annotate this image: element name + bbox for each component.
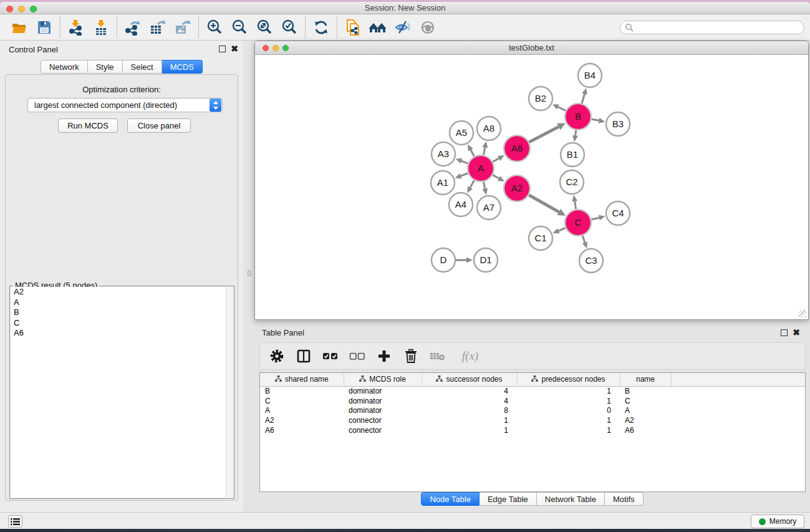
graph-edge[interactable]	[559, 228, 566, 231]
task-history-button[interactable]	[8, 515, 22, 528]
criterion-dropdown[interactable]: largest connected component (directed)	[27, 98, 223, 112]
graph-edge[interactable]	[592, 119, 599, 120]
graph-edge[interactable]	[575, 201, 576, 210]
search-field-wrap	[620, 21, 804, 34]
tab-select[interactable]: Select	[123, 60, 162, 74]
graph-node-label: C3	[585, 255, 597, 266]
graph-node-label: A4	[455, 199, 466, 210]
close-panel-icon[interactable]: ✖	[231, 44, 238, 53]
table-row[interactable]: A6connector11A6	[260, 425, 805, 435]
network-canvas[interactable]: B4B2BB3B1A5A8A6A3AA1A4A7A2C2CC4C1C3DD1	[255, 55, 808, 319]
export-image-button[interactable]	[172, 17, 193, 37]
export-table-button[interactable]	[147, 17, 168, 37]
add-column-button[interactable]	[374, 346, 395, 367]
run-mcds-button[interactable]: Run MCDS	[58, 118, 118, 133]
refresh-button[interactable]	[311, 17, 332, 37]
column-header-MCDS-role[interactable]: MCDS role	[344, 373, 422, 386]
function-builder-button[interactable]: f(x)	[454, 346, 486, 367]
show-columns-button[interactable]	[293, 346, 314, 367]
table-row[interactable]: Cdominator41C	[260, 396, 805, 406]
graph-edge[interactable]	[461, 173, 468, 176]
result-item[interactable]: B	[11, 307, 226, 318]
show-all-button[interactable]	[417, 17, 438, 37]
graph-edge[interactable]	[483, 147, 485, 155]
tab-network[interactable]: Network	[41, 60, 88, 74]
unchecked-checkboxes-icon	[349, 351, 365, 361]
table-settings-button[interactable]	[266, 346, 287, 367]
graph-node-label: A6	[511, 143, 523, 153]
import-table-button[interactable]	[90, 17, 112, 37]
delete-table-icon	[430, 351, 446, 362]
graph-edge[interactable]	[558, 107, 566, 110]
zoom-fit-button[interactable]	[254, 17, 275, 37]
result-item[interactable]: A6	[11, 328, 226, 339]
float-panel-icon[interactable]	[781, 329, 788, 336]
open-folder-icon	[11, 20, 27, 35]
open-file-button[interactable]	[9, 17, 30, 37]
delete-column-button[interactable]	[400, 346, 422, 367]
table-row[interactable]: A2connector11A2	[260, 415, 805, 425]
search-input[interactable]	[620, 21, 804, 34]
close-panel-icon[interactable]: ✖	[793, 328, 800, 337]
zoom-in-button[interactable]	[204, 17, 225, 37]
node-table[interactable]: shared nameMCDS rolesuccessor nodesprede…	[259, 372, 806, 492]
result-item[interactable]: C	[11, 318, 226, 329]
import-network-icon	[68, 19, 84, 36]
tab-motifs[interactable]: Motifs	[605, 492, 644, 506]
result-item[interactable]: A	[11, 297, 226, 308]
graph-edge-arrowhead	[482, 142, 488, 148]
mcds-result-list[interactable]: A2ABCA6	[11, 287, 226, 498]
float-panel-icon[interactable]	[219, 46, 226, 52]
column-header-shared-name[interactable]: shared name	[260, 373, 344, 386]
window-resize-grip[interactable]	[799, 310, 807, 318]
graph-edge[interactable]	[493, 175, 499, 178]
zoom-selected-button[interactable]	[279, 17, 300, 37]
tab-edge-table[interactable]: Edge Table	[480, 492, 537, 506]
panel-divider-handle[interactable]	[248, 270, 251, 276]
graph-edge[interactable]	[582, 236, 585, 243]
result-item[interactable]: A2	[11, 287, 226, 297]
graph-edge[interactable]	[483, 182, 485, 189]
select-all-button[interactable]	[320, 346, 341, 367]
column-header-successor-nodes[interactable]: successor nodes	[422, 373, 517, 386]
memory-button[interactable]: Memory	[751, 515, 804, 528]
table-row[interactable]: Bdominator41B	[260, 386, 805, 396]
graph-node-label: B2	[535, 93, 546, 104]
column-header-name[interactable]: name	[620, 373, 671, 386]
tab-style[interactable]: Style	[88, 60, 123, 74]
home-button[interactable]	[367, 17, 388, 37]
clone-network-button[interactable]	[342, 17, 364, 37]
table-panel-tabs: Node TableEdge TableNetwork TableMotifs	[254, 492, 810, 506]
deselect-all-button[interactable]	[347, 346, 368, 367]
graph-edge[interactable]	[493, 158, 499, 162]
graph-edge[interactable]	[529, 195, 559, 212]
tab-network-table[interactable]: Network Table	[537, 492, 605, 506]
zoom-fit-icon	[256, 19, 272, 36]
export-network-button[interactable]	[122, 17, 143, 37]
result-scrollbar[interactable]	[226, 287, 233, 498]
eye-slash-icon	[394, 20, 412, 35]
save-session-button[interactable]	[34, 17, 55, 37]
graph-edge[interactable]	[461, 161, 468, 163]
tab-mcds[interactable]: MCDS	[162, 60, 203, 74]
column-header-predecessor-nodes[interactable]: predecessor nodes	[517, 373, 620, 386]
graph-edge[interactable]	[591, 218, 599, 220]
hide-selected-button[interactable]	[392, 17, 413, 37]
graph-edge[interactable]	[529, 127, 559, 142]
graph-edge[interactable]	[582, 94, 584, 104]
zoom-out-button[interactable]	[229, 17, 250, 37]
zoom-in-icon	[206, 19, 223, 36]
graph-node-label: B1	[567, 149, 578, 160]
delete-table-button[interactable]	[427, 346, 448, 367]
graph-edge[interactable]	[471, 150, 475, 156]
main-toolbar	[0, 14, 810, 41]
tab-node-table[interactable]: Node Table	[421, 492, 480, 506]
close-panel-button[interactable]: Close panel	[127, 118, 191, 133]
graph-node-label: C	[575, 217, 582, 228]
table-row[interactable]: Adominator80A	[260, 406, 805, 416]
graph-edge[interactable]	[470, 180, 474, 188]
graph-edge[interactable]	[576, 130, 576, 136]
import-network-button[interactable]	[65, 17, 87, 37]
graph-node-label: A	[478, 163, 484, 173]
network-window-titlebar: testGlobe.txt	[255, 41, 808, 55]
